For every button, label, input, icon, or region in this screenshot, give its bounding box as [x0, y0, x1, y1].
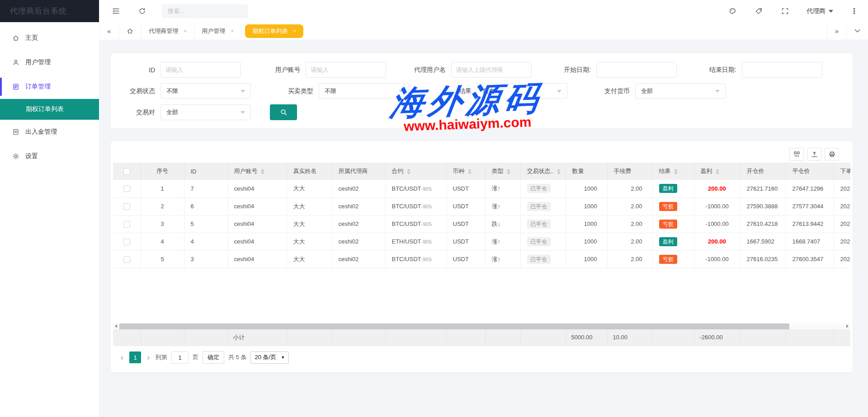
row-checkbox[interactable]	[123, 185, 130, 192]
search-button[interactable]	[270, 104, 297, 120]
table-row: 35ceshi04大大ceshi02BTC/USDT-90SUSDT跌↓已平仓1…	[113, 215, 850, 233]
cell-open_price: 27610.4218	[740, 215, 786, 233]
search-icon	[280, 108, 288, 116]
col-header-account[interactable]: 用户账号	[227, 163, 287, 180]
contract-period: -90S	[421, 239, 432, 244]
sort-icon[interactable]	[261, 169, 264, 174]
jump-page-input[interactable]	[171, 351, 189, 364]
col-header-profit[interactable]: 盈利	[694, 163, 740, 180]
contract-period: -90S	[421, 221, 432, 227]
cell-real_name: 大大	[287, 215, 332, 233]
scroll-left-arrow-icon[interactable]	[113, 323, 119, 329]
cell-fee: 2.00	[607, 250, 652, 268]
page-number-button[interactable]: 1	[129, 351, 141, 363]
palette-icon[interactable]	[728, 7, 737, 16]
tabs-scroll-left-icon[interactable]: «	[99, 22, 118, 40]
trade-pair-select[interactable]: 全部	[160, 104, 251, 120]
col-header-type[interactable]: 类型	[485, 163, 520, 180]
sidebar-item-home[interactable]: 主页	[0, 26, 99, 50]
sort-icon[interactable]	[557, 169, 561, 174]
tabbar: « 代理商管理×用户管理×期权订单列表× »	[99, 22, 868, 40]
summary-cell-id	[184, 329, 227, 346]
next-page-icon[interactable]: ›	[145, 353, 151, 361]
row-checkbox[interactable]	[123, 203, 130, 210]
page-size-select[interactable]: 20 条/页 ▼	[250, 351, 289, 364]
pay-currency-select[interactable]: 全部	[635, 83, 726, 99]
select-all-checkbox[interactable]	[123, 168, 130, 175]
start-date-input[interactable]	[596, 62, 677, 78]
sort-icon[interactable]	[407, 169, 410, 174]
export-icon[interactable]	[807, 148, 821, 161]
close-icon[interactable]: ×	[184, 28, 187, 34]
row-checkbox-cell	[113, 197, 141, 215]
col-header-coin[interactable]: 币种	[446, 163, 485, 180]
orders-table: 序号ID用户账号真实姓名所属代理商合约币种类型交易状态..数量手续费结果盈利开仓…	[113, 163, 850, 268]
prev-page-icon[interactable]: ‹	[119, 353, 125, 361]
scroll-right-arrow-icon[interactable]	[844, 323, 850, 329]
tab-home-icon[interactable]	[119, 22, 141, 40]
end-date-input[interactable]	[742, 62, 822, 78]
cell-order_time: 2023	[834, 215, 850, 233]
col-header-label: 类型	[492, 168, 504, 174]
trade-status-select[interactable]: 不限	[160, 83, 251, 99]
scrollbar-thumb[interactable]	[119, 323, 789, 329]
confirm-button[interactable]: 确定	[203, 351, 224, 364]
col-header-label: 手续费	[614, 168, 632, 174]
sidebar-subitem-option-order-list[interactable]: 期权订单列表	[0, 99, 99, 120]
result-badge: 亏损	[659, 202, 677, 211]
tab-user-management[interactable]: 用户管理×	[194, 22, 241, 40]
cell-type: 涨↑	[485, 197, 520, 215]
agent-menu-label: 代理商	[807, 7, 826, 15]
sidebar-item-user-management[interactable]: 用户管理	[0, 50, 99, 75]
buy-sell-type-select[interactable]: 不限	[319, 83, 409, 99]
row-checkbox[interactable]	[123, 239, 130, 245]
close-icon[interactable]: ×	[293, 28, 296, 34]
more-dots-icon[interactable]: ⋮	[850, 6, 858, 16]
filter-start-date: 开始日期:	[551, 62, 696, 78]
sort-icon[interactable]	[716, 169, 719, 174]
summary-cell-profit: -2600.00	[694, 329, 740, 346]
tab-agent-management[interactable]: 代理商管理×	[142, 22, 194, 40]
columns-icon[interactable]	[789, 148, 804, 161]
col-header-trade_status[interactable]: 交易状态..	[520, 163, 566, 180]
search-input[interactable]	[162, 8, 247, 14]
filter-result: 结果所有	[432, 83, 590, 99]
tabs-scroll-right-icon[interactable]: »	[827, 22, 846, 40]
result-select[interactable]: 所有	[477, 83, 567, 99]
print-icon[interactable]	[825, 148, 839, 161]
user-account-input[interactable]	[306, 62, 386, 78]
cell-close_price: 27613.9442	[786, 215, 834, 233]
home-icon	[12, 34, 19, 42]
id-input[interactable]	[160, 62, 241, 78]
close-icon[interactable]: ×	[231, 28, 234, 34]
tag-icon[interactable]	[754, 7, 763, 16]
agent-username-input[interactable]	[451, 62, 532, 78]
col-header-result[interactable]: 结果	[652, 163, 694, 180]
col-header-contract[interactable]: 合约	[385, 163, 446, 180]
filter-end-date: 结束日期:	[697, 62, 842, 78]
sort-icon[interactable]	[674, 169, 678, 174]
sidebar-item-settings[interactable]: 设置	[0, 144, 99, 169]
agent-menu[interactable]: 代理商	[807, 7, 833, 15]
collapse-sidebar-icon[interactable]	[111, 7, 120, 16]
col-header-label: 下单	[840, 168, 851, 174]
contract-name: BTC/USDT	[392, 203, 421, 210]
select-value: 不限	[166, 87, 178, 95]
cell-agent: ceshi02	[332, 180, 385, 197]
filter-label: 结束日期:	[697, 66, 736, 74]
sidebar-item-order-management[interactable]: 订单管理	[0, 75, 99, 99]
sidebar-item-funds-management[interactable]: 出入金管理	[0, 120, 99, 144]
cell-result: 亏损	[652, 215, 694, 233]
cell-account: ceshi04	[227, 197, 287, 215]
tabs-menu-chevron-down-icon[interactable]	[847, 22, 868, 40]
summary-cell-cb	[113, 329, 141, 346]
sort-icon[interactable]	[507, 169, 510, 174]
horizontal-scrollbar[interactable]	[113, 323, 850, 329]
sort-icon[interactable]	[468, 169, 472, 174]
fullscreen-icon[interactable]	[780, 7, 789, 16]
tab-option-order-list[interactable]: 期权订单列表×	[245, 24, 303, 38]
refresh-icon[interactable]	[137, 7, 146, 16]
row-checkbox[interactable]	[123, 256, 130, 263]
caret-down-icon	[241, 111, 245, 114]
row-checkbox[interactable]	[123, 221, 130, 228]
